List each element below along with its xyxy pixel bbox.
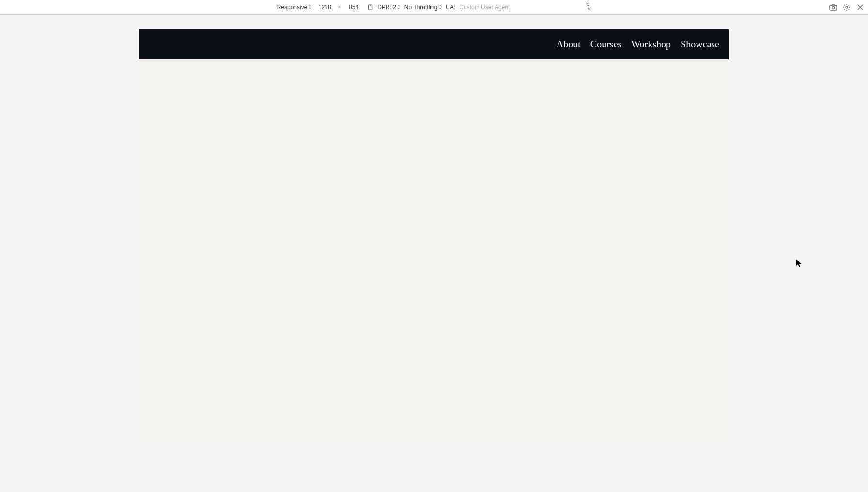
svg-point-5: [846, 6, 848, 8]
viewport-height-input[interactable]: [344, 4, 363, 11]
simulated-page: About Courses Workshop Showcase: [139, 29, 729, 443]
throttling-select[interactable]: No Throttling: [404, 4, 442, 11]
toolbar-right-controls: [829, 3, 864, 11]
device-mode-label: Responsive: [277, 4, 308, 11]
page-content: [139, 59, 729, 443]
select-arrows-icon: [397, 5, 401, 9]
screenshot-icon[interactable]: [829, 3, 837, 11]
device-mode-select[interactable]: Responsive: [277, 4, 312, 11]
throttling-label: No Throttling: [404, 4, 437, 11]
nav-link-showcase[interactable]: Showcase: [681, 39, 719, 50]
devtools-responsive-toolbar: Responsive × DPR: 2 No Throttling: [0, 0, 868, 15]
viewport-canvas: About Courses Workshop Showcase: [0, 15, 868, 492]
nav-link-workshop[interactable]: Workshop: [631, 39, 671, 50]
nav-link-courses[interactable]: Courses: [590, 39, 621, 50]
close-icon[interactable]: [856, 3, 864, 11]
touch-simulation-icon[interactable]: [584, 2, 591, 12]
site-header: About Courses Workshop Showcase: [139, 29, 729, 59]
dpr-label: DPR: 2: [377, 4, 396, 11]
settings-gear-icon[interactable]: [843, 3, 851, 11]
svg-rect-1: [369, 5, 371, 6]
toolbar-center-controls: Responsive × DPR: 2 No Throttling: [277, 2, 591, 12]
dimension-separator: ×: [338, 4, 341, 10]
select-arrows-icon: [308, 5, 311, 9]
rotate-viewport-icon[interactable]: [367, 4, 373, 11]
dpr-select[interactable]: DPR: 2: [377, 4, 401, 11]
svg-point-2: [587, 3, 589, 6]
user-agent-input[interactable]: [459, 4, 522, 11]
nav-link-about[interactable]: About: [557, 39, 581, 50]
svg-rect-3: [830, 5, 837, 10]
viewport-width-input[interactable]: [315, 4, 334, 11]
select-arrows-icon: [438, 5, 442, 9]
svg-point-4: [832, 6, 835, 9]
site-nav: About Courses Workshop Showcase: [557, 39, 719, 50]
ua-label: UA:: [446, 4, 455, 11]
